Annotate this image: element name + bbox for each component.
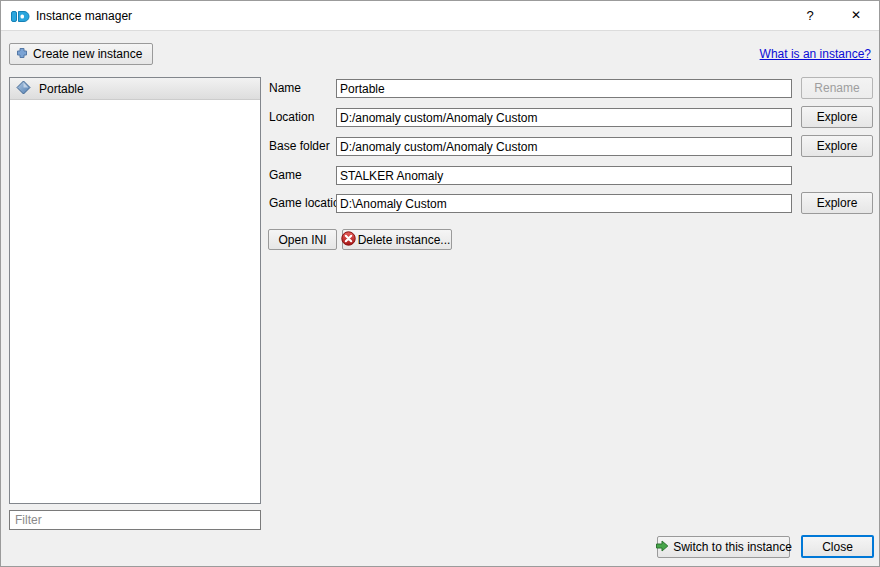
explore-base-folder-button[interactable]: Explore	[801, 135, 873, 157]
game-location-field[interactable]	[336, 194, 792, 213]
window-close-icon[interactable]: ✕	[839, 1, 873, 30]
titlebar: Instance manager ? ✕	[1, 1, 879, 31]
instance-list-item-portable[interactable]: Portable	[10, 78, 260, 100]
base-folder-label: Base folder	[269, 137, 330, 156]
open-ini-button[interactable]: Open INI	[268, 229, 337, 250]
game-label: Game	[269, 166, 302, 185]
instance-list-item-label: Portable	[39, 82, 84, 96]
name-label: Name	[269, 79, 301, 98]
base-folder-field[interactable]	[336, 137, 792, 156]
what-is-an-instance-link[interactable]: What is an instance?	[760, 47, 871, 61]
instance-manager-window: Instance manager ? ✕ Create new instance…	[0, 0, 880, 567]
app-logo-icon	[11, 10, 30, 23]
filter-input[interactable]	[9, 510, 261, 530]
location-field[interactable]	[336, 108, 792, 127]
explore-location-button[interactable]: Explore	[801, 106, 873, 128]
explore-game-location-button[interactable]: Explore	[801, 192, 873, 214]
green-arrow-icon	[655, 539, 669, 556]
name-field[interactable]	[336, 79, 792, 98]
rename-button[interactable]: Rename	[801, 77, 873, 99]
close-button[interactable]: Close	[801, 535, 874, 558]
game-location-label: Game location	[269, 194, 346, 213]
help-button[interactable]: ?	[793, 1, 827, 30]
create-new-instance-button[interactable]: Create new instance	[9, 43, 153, 65]
plus-icon	[16, 47, 28, 62]
instance-list[interactable]: Portable	[9, 77, 261, 504]
instance-diamond-icon	[16, 80, 31, 98]
delete-x-icon	[341, 231, 356, 249]
delete-instance-label: Delete instance...	[358, 233, 451, 247]
create-new-instance-label: Create new instance	[33, 47, 142, 61]
delete-instance-button[interactable]: Delete instance...	[342, 229, 452, 250]
window-title: Instance manager	[36, 1, 132, 31]
location-label: Location	[269, 108, 314, 127]
switch-to-instance-button[interactable]: Switch to this instance	[657, 536, 790, 558]
switch-to-instance-label: Switch to this instance	[673, 540, 792, 554]
game-field[interactable]	[336, 166, 792, 185]
